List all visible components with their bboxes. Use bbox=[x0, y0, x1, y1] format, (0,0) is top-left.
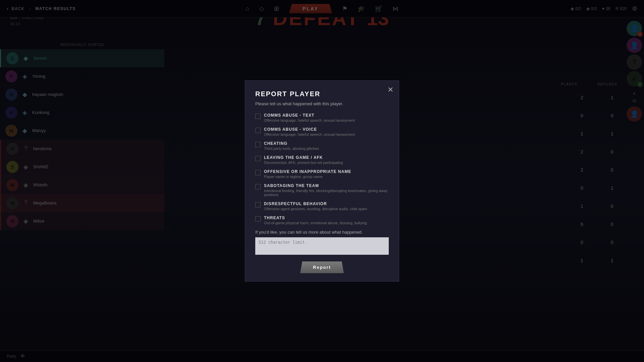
report-option-text: THREATSOut-of-game physical harm, emotio… bbox=[264, 216, 389, 225]
report-option-description: Player name or tagline, group name bbox=[264, 175, 389, 179]
additional-info-label: If you'd like, you can tell us more abou… bbox=[255, 230, 389, 235]
modal-subtitle: Please tell us what happened with this p… bbox=[255, 101, 389, 106]
report-option-description: Intentional feeding, friendly fire, bloc… bbox=[264, 189, 389, 197]
report-option-checkbox-threats[interactable] bbox=[255, 216, 261, 222]
report-option-description: Offensive language, hateful speech, sexu… bbox=[264, 118, 389, 122]
report-option: SABOTAGING THE TEAMIntentional feeding, … bbox=[255, 183, 389, 197]
report-option-title: COMMS ABUSE - VOICE bbox=[264, 127, 389, 132]
modal-overlay: REPORT PLAYER Please tell us what happen… bbox=[0, 0, 644, 362]
report-option-title: OFFENSIVE OR INAPPROPRIATE NAME bbox=[264, 169, 389, 174]
report-option-text: COMMS ABUSE - TEXTOffensive language, ha… bbox=[264, 113, 389, 122]
report-option-text: OFFENSIVE OR INAPPROPRIATE NAMEPlayer na… bbox=[264, 169, 389, 179]
report-option-checkbox-cheating[interactable] bbox=[255, 142, 261, 147]
report-option-title: SABOTAGING THE TEAM bbox=[264, 183, 389, 188]
report-option: COMMS ABUSE - VOICEOffensive language, h… bbox=[255, 127, 389, 136]
report-option-description: Offensive language, hateful speech, sexu… bbox=[264, 132, 389, 136]
report-option-checkbox-offensive_name[interactable] bbox=[255, 170, 261, 175]
report-option-description: Disconnected, AFK, present but not parti… bbox=[264, 161, 389, 165]
report-option-checkbox-leaving[interactable] bbox=[255, 156, 261, 161]
report-option: THREATSOut-of-game physical harm, emotio… bbox=[255, 216, 389, 225]
report-option: COMMS ABUSE - TEXTOffensive language, ha… bbox=[255, 113, 389, 122]
report-option-text: COMMS ABUSE - VOICEOffensive language, h… bbox=[264, 127, 389, 136]
report-option-text: CHEATINGThird party tools, abusing glitc… bbox=[264, 141, 389, 150]
report-option: DISRESPECTFUL BEHAVIOROffensive agent ge… bbox=[255, 201, 389, 211]
modal-title: REPORT PLAYER bbox=[255, 90, 389, 98]
report-option-checkbox-disrespectful[interactable] bbox=[255, 202, 261, 207]
report-submit-button[interactable]: Report bbox=[300, 261, 344, 273]
report-option-title: CHEATING bbox=[264, 141, 389, 146]
report-option-text: LEAVING THE GAME / AFKDisconnected, AFK,… bbox=[264, 155, 389, 165]
report-option-text: DISRESPECTFUL BEHAVIOROffensive agent ge… bbox=[264, 201, 389, 211]
report-option: LEAVING THE GAME / AFKDisconnected, AFK,… bbox=[255, 155, 389, 165]
report-options-list: COMMS ABUSE - TEXTOffensive language, ha… bbox=[255, 113, 389, 225]
report-option-title: THREATS bbox=[264, 216, 389, 220]
report-option-text: SABOTAGING THE TEAMIntentional feeding, … bbox=[264, 183, 389, 197]
report-option-description: Offensive agent gestures, taunting, disr… bbox=[264, 207, 389, 211]
report-option-description: Out-of-game physical harm, emotional abu… bbox=[264, 221, 389, 225]
report-option: OFFENSIVE OR INAPPROPRIATE NAMEPlayer na… bbox=[255, 169, 389, 179]
report-option-checkbox-sabotaging[interactable] bbox=[255, 184, 261, 189]
report-option: CHEATINGThird party tools, abusing glitc… bbox=[255, 141, 389, 150]
report-option-checkbox-comms_voice[interactable] bbox=[255, 128, 261, 133]
report-option-title: DISRESPECTFUL BEHAVIOR bbox=[264, 201, 389, 206]
report-option-checkbox-comms_text[interactable] bbox=[255, 114, 261, 119]
report-option-title: COMMS ABUSE - TEXT bbox=[264, 113, 389, 118]
report-player-modal: REPORT PLAYER Please tell us what happen… bbox=[245, 80, 399, 282]
report-option-title: LEAVING THE GAME / AFK bbox=[264, 155, 389, 160]
modal-close-button[interactable]: ✕ bbox=[387, 86, 393, 94]
report-option-description: Third party tools, abusing glitches bbox=[264, 146, 389, 150]
additional-info-textarea[interactable] bbox=[255, 237, 389, 255]
